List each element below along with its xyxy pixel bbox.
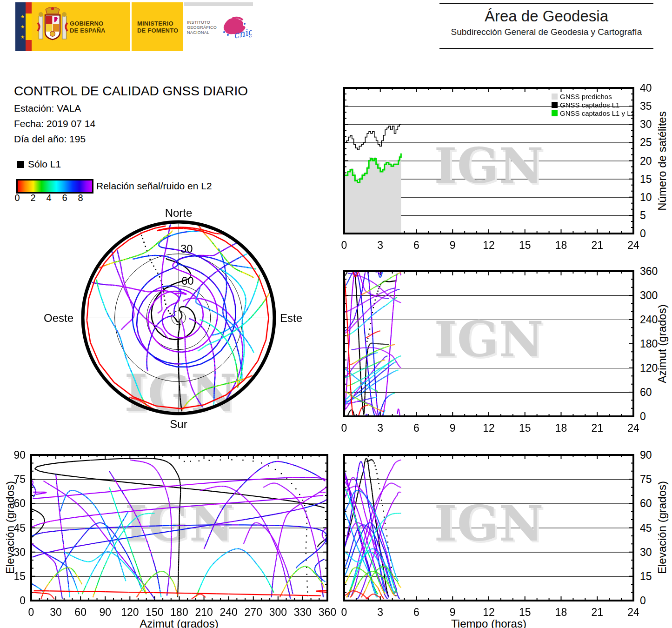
tick-label: 6 bbox=[413, 422, 419, 434]
legend-label-captados-l1: GNSS captados L1 bbox=[560, 101, 619, 109]
tick-label: 240 bbox=[220, 606, 237, 619]
tick-label: 360 bbox=[640, 265, 658, 278]
tick-label: 18 bbox=[555, 606, 567, 619]
tick-label: 30 bbox=[13, 546, 26, 558]
tick-label: 21 bbox=[591, 606, 603, 619]
eu-star-icon: ★ bbox=[20, 14, 25, 19]
tick-label: 90 bbox=[99, 606, 111, 619]
snr-colorbar-label: Relación señal/ruido en L2 bbox=[96, 180, 212, 192]
legend-swatch-captados-l1l2 bbox=[552, 110, 558, 116]
legend-row-captados-l1: GNSS captados L1 bbox=[552, 101, 619, 108]
tick-label: 360 bbox=[319, 606, 336, 619]
tick-label: 0 bbox=[640, 227, 646, 240]
tick-label: 21 bbox=[591, 422, 603, 434]
ign-gray-strip bbox=[184, 2, 253, 6]
spain-coat-of-arms-icon bbox=[35, 7, 70, 47]
tick-label: 45 bbox=[640, 521, 652, 534]
polar-east-label: Este bbox=[280, 312, 302, 325]
tick-label: 15 bbox=[640, 173, 652, 185]
eu-flag-strip: ★ ★ ★ bbox=[15, 2, 26, 51]
nsat-y-axis-title: Número de satélites bbox=[656, 111, 669, 210]
tick-label: 18 bbox=[555, 239, 567, 252]
area-subtitle: Subdirección General de Geodesia y Carto… bbox=[439, 27, 653, 37]
tick-label: 120 bbox=[121, 606, 139, 619]
solo-l1-swatch bbox=[17, 161, 24, 168]
gobierno-espana-logo: GOBIERNO DE ESPAÑA bbox=[32, 2, 130, 51]
legend-row-captados-l1l2: GNSS captados L1 y L2 bbox=[552, 110, 635, 117]
elevation-ring-label-60: 60 bbox=[181, 274, 194, 287]
elevacion-right-axis-title: Elevación (grados) bbox=[656, 481, 669, 574]
tick-label: 0 bbox=[341, 239, 347, 252]
tick-label: 0 bbox=[341, 422, 347, 434]
legend-swatch-predichos bbox=[552, 94, 558, 100]
tick-label: 0 bbox=[20, 595, 26, 607]
doy-value: Día del año: 195 bbox=[14, 134, 86, 145]
ministerio-fomento-label: MINISTERIO DE FOMENTO bbox=[137, 20, 178, 34]
tick-label: 3 bbox=[377, 422, 383, 434]
tick-label: 60 bbox=[74, 606, 86, 619]
tick-label: 10 bbox=[640, 191, 652, 203]
cnig-logo: cnig bbox=[219, 14, 252, 42]
elevacion-tiempo-chart-canvas bbox=[338, 448, 640, 607]
tick-label: 12 bbox=[483, 239, 495, 252]
colorbar-tick-label: 6 bbox=[62, 193, 67, 203]
eu-star-icon: ★ bbox=[20, 35, 25, 40]
instituto-geografico-label: INSTITUTO GEOGRÁFICO NACIONAL bbox=[187, 20, 217, 35]
tick-label: 3 bbox=[377, 239, 383, 252]
tick-label: 40 bbox=[640, 82, 652, 94]
tick-label: 30 bbox=[640, 546, 652, 558]
area-title: Área de Geodesia bbox=[439, 7, 653, 25]
snr-colorbar bbox=[16, 179, 93, 194]
logo-band: ★ ★ ★ bbox=[15, 2, 253, 51]
tick-label: 24 bbox=[627, 422, 639, 434]
tick-label: 3 bbox=[377, 606, 383, 619]
tick-label: 300 bbox=[640, 289, 658, 302]
ministerio-fomento-logo: MINISTERIO DE FOMENTO bbox=[132, 2, 183, 51]
tick-label: 330 bbox=[294, 606, 312, 619]
gobierno-espana-label: GOBIERNO DE ESPAÑA bbox=[70, 20, 106, 34]
station-value: Estación: VALA bbox=[14, 103, 81, 114]
tick-label: 24 bbox=[627, 606, 639, 619]
polar-south-label: Sur bbox=[170, 418, 187, 431]
tick-label: 30 bbox=[640, 118, 652, 131]
tick-label: 21 bbox=[591, 239, 603, 252]
azimut-tiempo-chart-canvas bbox=[338, 265, 640, 423]
tick-label: 24 bbox=[627, 239, 639, 252]
tick-label: 180 bbox=[170, 606, 188, 619]
skyplot-canvas bbox=[70, 206, 288, 432]
tick-label: 0 bbox=[640, 410, 646, 423]
tick-label: 18 bbox=[555, 422, 567, 434]
legend-row-predichos: GNSS predichos bbox=[552, 93, 612, 100]
elevacion-azimut-chart-canvas bbox=[25, 448, 334, 607]
tick-label: 5 bbox=[640, 209, 646, 221]
tick-label: 60 bbox=[640, 386, 652, 399]
tick-label: 90 bbox=[640, 449, 652, 461]
tick-label: 9 bbox=[450, 606, 456, 619]
tick-label: 60 bbox=[640, 497, 652, 510]
tick-label: 120 bbox=[640, 362, 658, 374]
tick-label: 75 bbox=[13, 473, 26, 486]
tick-label: 240 bbox=[640, 314, 658, 326]
tick-label: 6 bbox=[413, 239, 419, 252]
tick-label: 25 bbox=[640, 136, 652, 149]
tick-label: 15 bbox=[519, 606, 531, 619]
legend-label-predichos: GNSS predichos bbox=[560, 93, 612, 100]
tick-label: 9 bbox=[450, 422, 456, 434]
tick-label: 15 bbox=[640, 570, 652, 582]
tick-label: 270 bbox=[245, 606, 262, 619]
tiempo-x-axis-title: Tiempo (horas) bbox=[451, 617, 526, 628]
tick-label: 45 bbox=[13, 521, 26, 534]
tick-label: 0 bbox=[341, 606, 347, 619]
azimut-x-axis-title: Azimut (grados) bbox=[140, 617, 218, 628]
tick-label: 180 bbox=[640, 338, 658, 350]
tick-label: 35 bbox=[640, 100, 652, 113]
tick-label: 20 bbox=[640, 154, 652, 167]
tick-label: 12 bbox=[483, 606, 495, 619]
tick-label: 150 bbox=[146, 606, 163, 619]
header-rule-bottom bbox=[439, 48, 653, 49]
tick-label: 6 bbox=[413, 606, 419, 619]
tick-label: 75 bbox=[640, 473, 652, 486]
colorbar-tick-label: 8 bbox=[78, 193, 83, 203]
tick-label: 90 bbox=[13, 449, 26, 461]
page-title: CONTROL DE CALIDAD GNSS DIARIO bbox=[14, 84, 248, 99]
